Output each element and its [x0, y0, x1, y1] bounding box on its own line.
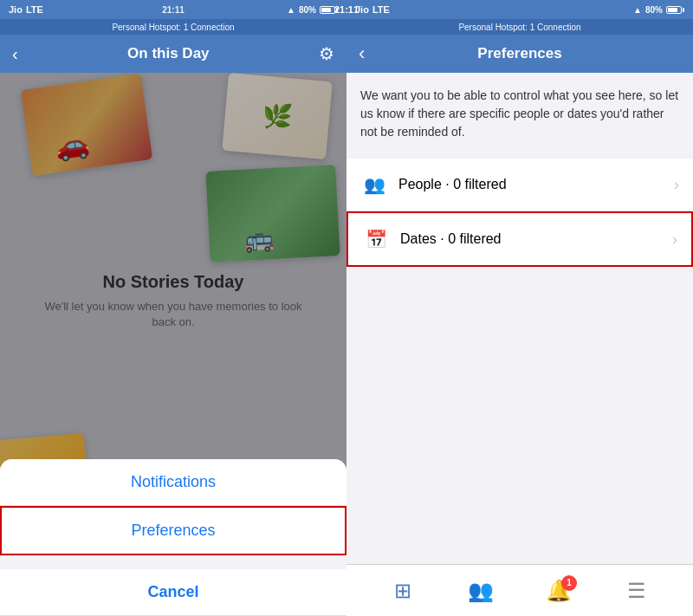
- pref-description: We want you to be able to control what y…: [346, 73, 693, 155]
- left-nav-title: On this Day: [127, 45, 209, 62]
- pref-list: 👥 People · 0 filtered › 📅 Dates · 0 filt…: [346, 159, 693, 267]
- right-status-bar: Jio LTE 21:11 ▲ 80%: [346, 0, 693, 19]
- dates-icon: 📅: [362, 225, 390, 253]
- pref-item-people[interactable]: 👥 People · 0 filtered ›: [346, 159, 693, 211]
- pref-item-dates[interactable]: 📅 Dates · 0 filtered ›: [346, 211, 693, 267]
- right-signal-icon: ▲: [633, 5, 642, 15]
- tab-friends[interactable]: 👥: [459, 572, 502, 610]
- right-panel: Jio LTE 21:11 ▲ 80% Personal Hotspot: 1 …: [346, 0, 693, 616]
- people-chevron-icon: ›: [674, 176, 679, 194]
- left-hotspot-bar: Personal Hotspot: 1 Connection: [0, 19, 346, 35]
- left-carrier: Jio: [9, 4, 23, 15]
- dates-label: Dates · 0 filtered: [400, 231, 672, 247]
- sheet-separator: [0, 555, 346, 562]
- feed-icon: ⊞: [394, 579, 411, 603]
- right-hotspot-bar: Personal Hotspot: 1 Connection: [346, 19, 693, 35]
- tab-feed[interactable]: ⊞: [381, 572, 424, 610]
- right-nav-bar: ‹ Preferences: [346, 35, 693, 73]
- left-network: LTE: [26, 4, 43, 15]
- right-content: We want you to be able to control what y…: [346, 73, 693, 564]
- notification-badge: 1: [561, 575, 577, 591]
- left-nav-bar: ‹ On this Day ⚙: [0, 35, 346, 73]
- preferences-sheet-item[interactable]: Preferences: [0, 506, 346, 555]
- cancel-sheet-item[interactable]: Cancel: [0, 569, 346, 616]
- dates-chevron-icon: ›: [672, 230, 677, 249]
- left-hotspot-text: Personal Hotspot: 1 Connection: [112, 23, 234, 32]
- bottom-sheet-overlay: Notifications Preferences Cancel: [0, 73, 346, 616]
- people-label: People · 0 filtered: [398, 177, 674, 192]
- right-back-button[interactable]: ‹: [359, 42, 365, 65]
- left-settings-button[interactable]: ⚙: [319, 43, 334, 64]
- right-status-left: Jio LTE: [355, 4, 390, 15]
- left-signal-icon: ▲: [287, 5, 295, 15]
- right-time: 21:11: [334, 4, 359, 15]
- left-time: 21:11: [162, 5, 185, 15]
- friends-icon: 👥: [468, 579, 494, 603]
- notifications-sheet-item[interactable]: Notifications: [0, 459, 346, 506]
- right-battery-icon: [666, 6, 684, 14]
- tab-menu[interactable]: ☰: [615, 572, 658, 610]
- tab-bar: ⊞ 👥 🔔 1 ☰: [346, 564, 693, 616]
- left-status-left: Jio LTE: [9, 4, 43, 15]
- right-battery-pct: 80%: [645, 5, 663, 15]
- right-status-right: ▲ 80%: [633, 5, 684, 15]
- left-status-right: ▲ 80%: [287, 5, 338, 15]
- left-battery-pct: 80%: [299, 5, 316, 15]
- people-icon: 👥: [360, 171, 388, 198]
- right-hotspot-text: Personal Hotspot: 1 Connection: [458, 23, 580, 32]
- left-status-bar: Jio LTE 21:11 ▲ 80%: [0, 0, 346, 19]
- left-panel: Jio LTE 21:11 ▲ 80% Personal Hotspot: 1 …: [0, 0, 346, 616]
- tab-notifications[interactable]: 🔔 1: [537, 572, 580, 610]
- bottom-sheet: Notifications Preferences Cancel: [0, 459, 346, 616]
- left-content: 🌿 ☀️ No Stories Today We'll let you know…: [0, 73, 346, 616]
- right-nav-title: Preferences: [477, 45, 561, 62]
- menu-icon: ☰: [627, 579, 646, 603]
- left-back-button[interactable]: ‹: [12, 44, 18, 64]
- right-network: LTE: [372, 4, 390, 15]
